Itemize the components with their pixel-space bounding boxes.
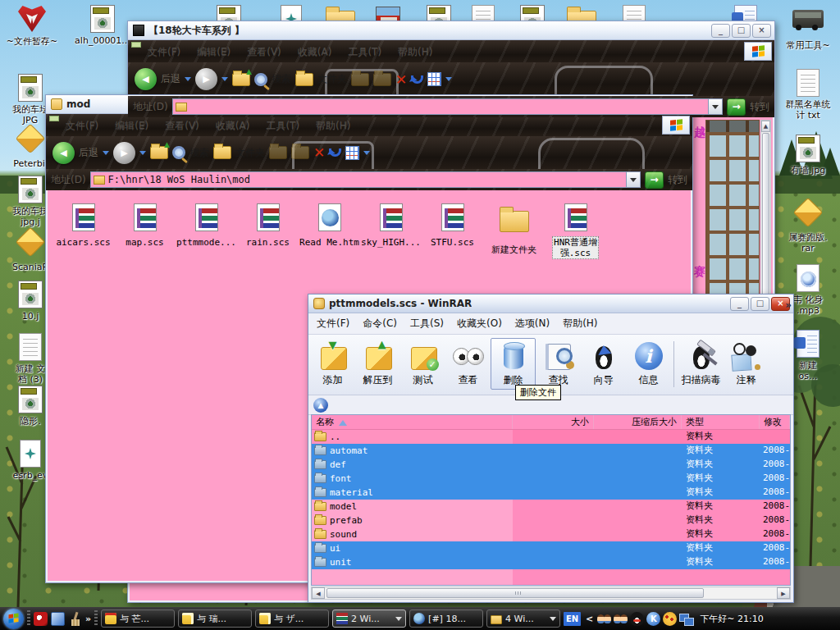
desktop-icon[interactable]: 常用工具~ [776,2,840,52]
move-to-icon[interactable] [269,146,287,159]
chevron-down-icon[interactable] [221,77,228,81]
menu-item[interactable]: 编辑(E) [115,119,148,133]
menu-item[interactable]: 查看(V) [247,45,281,59]
file-item[interactable]: STFU.scs [422,202,483,259]
desktop-icon[interactable]: alh_00001... [72,3,133,47]
menu-item[interactable]: 帮助(H) [398,45,432,59]
chevron-down-icon[interactable] [445,77,452,81]
task-button[interactable]: 与 瑞... [178,609,252,628]
scrollbar-thumb[interactable] [326,588,704,598]
toolbar-button[interactable]: 扫描病毒 [678,338,724,390]
titlebar[interactable]: 【18轮大卡车系列 】 _ □ × [128,21,774,40]
column-header-name[interactable]: 名称 [312,415,513,429]
table-row[interactable]: material 资料夹 2008- [312,486,790,500]
menu-item[interactable]: 编辑(E) [197,45,231,59]
tray-collapse-arrow[interactable]: < [586,614,593,624]
tray-qq-contact-icon[interactable] [597,612,611,626]
column-header-packed[interactable]: 压缩后大小 [594,415,682,429]
taskband-grip[interactable] [94,610,98,627]
menu-item[interactable]: 收藏(A) [298,45,332,59]
file-item[interactable]: rain.scs [237,202,299,259]
tray-qq-penguin-icon[interactable] [630,612,644,626]
table-row[interactable]: font 资料夹 2008- [312,472,790,486]
maximize-button[interactable]: □ [732,24,751,38]
quick-launch-overflow[interactable]: » [85,614,91,624]
delete-icon[interactable]: ✕ [313,144,325,161]
address-dropdown[interactable] [708,99,722,114]
chevron-down-icon[interactable] [550,617,556,624]
quick-launch-media-icon[interactable] [34,612,48,626]
undo-icon[interactable] [329,148,341,157]
copy-to-icon[interactable] [291,146,309,159]
tray-qq-contact-icon[interactable] [614,612,628,626]
task-button[interactable]: 2 Wi... [332,609,406,628]
language-indicator[interactable]: EN [564,612,581,626]
go-button[interactable] [727,98,746,116]
table-row[interactable]: .. 资料夹 [312,430,790,444]
close-button[interactable]: × [752,24,771,38]
chevron-down-icon[interactable] [363,151,370,155]
toolbar-button[interactable]: 删除 [491,338,536,390]
column-header-type[interactable]: 类型 [682,415,760,429]
menu-item[interactable]: 收藏(A) [216,119,250,133]
go-button[interactable] [645,171,664,189]
scroll-right-arrow[interactable]: ▶ [777,587,790,599]
chevron-down-icon[interactable] [185,77,191,81]
menu-item[interactable]: 收藏夹(O) [457,317,502,331]
desktop-icon[interactable]: 群黑名单统 计 txt [776,67,840,121]
toolbar-button[interactable]: 添加 [310,338,355,390]
views-icon[interactable] [345,146,359,160]
quick-launch-ie-icon[interactable] [51,612,65,626]
task-button[interactable]: [#] 18... [409,609,483,628]
file-item[interactable]: aicars.scs [52,202,114,259]
task-button[interactable]: 4 Wi... [486,609,560,628]
column-header-size[interactable]: 大小 [513,415,594,429]
menu-item[interactable]: 命令(C) [363,317,397,331]
file-item[interactable]: HNR普通增 强.scs [545,202,606,259]
forward-button[interactable] [113,142,135,164]
file-item[interactable]: pttmmode... [176,202,237,259]
menu-item[interactable]: 工具(S) [410,317,444,331]
tray-k-app-icon[interactable] [646,612,660,626]
folders-icon[interactable] [213,146,231,159]
up-folder-button[interactable] [232,73,250,86]
tray-pptv-icon[interactable] [663,612,677,626]
menu-item[interactable]: 文件(F) [317,317,349,331]
search-icon[interactable] [172,146,185,159]
tray-network-icon[interactable] [679,612,693,626]
move-to-icon[interactable] [351,73,369,86]
forward-button[interactable] [195,68,217,90]
address-input[interactable]: F:\hnr\18 WoS Haulin\mod [90,171,641,188]
menu-item[interactable]: 帮助(H) [563,317,597,331]
table-row[interactable]: ui 资料夹 2008- [312,541,790,555]
quick-launch-grip[interactable] [27,610,30,627]
table-row[interactable]: unit 资料夹 2008- [312,555,790,569]
maximize-button[interactable]: □ [751,297,769,311]
minimize-button[interactable]: _ [730,297,749,311]
menu-item[interactable]: 帮助(H) [316,119,350,133]
horizontal-scrollbar[interactable]: ◀ ▶ [311,587,791,600]
menu-item[interactable]: 文件(F) [66,119,98,133]
toolbar-button[interactable]: 信息 [626,338,671,390]
desktop-icon[interactable]: 有墙.jpg [776,133,840,176]
toolbar-button[interactable]: 注释 [724,338,769,390]
start-button[interactable] [3,609,24,629]
toolbar-button[interactable]: 向导 [581,338,626,390]
minimize-button[interactable]: _ [711,24,730,38]
menu-item[interactable]: 工具(T) [348,45,381,59]
back-button[interactable] [52,142,75,164]
copy-to-icon[interactable] [373,73,391,86]
menu-item[interactable]: 文件(F) [148,45,180,59]
address-dropdown[interactable] [626,172,640,187]
views-icon[interactable] [427,72,441,86]
up-folder-button[interactable] [150,146,168,159]
chevron-down-icon[interactable] [139,151,146,155]
file-item[interactable]: sky_HIGH... [360,202,422,259]
table-row[interactable]: automat 资料夹 2008- [312,444,790,458]
menu-item[interactable]: 工具(T) [266,119,299,133]
toolbar-button[interactable]: 查看 [445,338,491,390]
toolbar-button[interactable]: 解压到 [355,338,400,390]
table-row[interactable]: model 资料夹 2008- [312,500,790,514]
toolbar-button[interactable]: 测试 [400,338,445,390]
toolbar-overflow-chevron[interactable]: » [785,299,792,311]
